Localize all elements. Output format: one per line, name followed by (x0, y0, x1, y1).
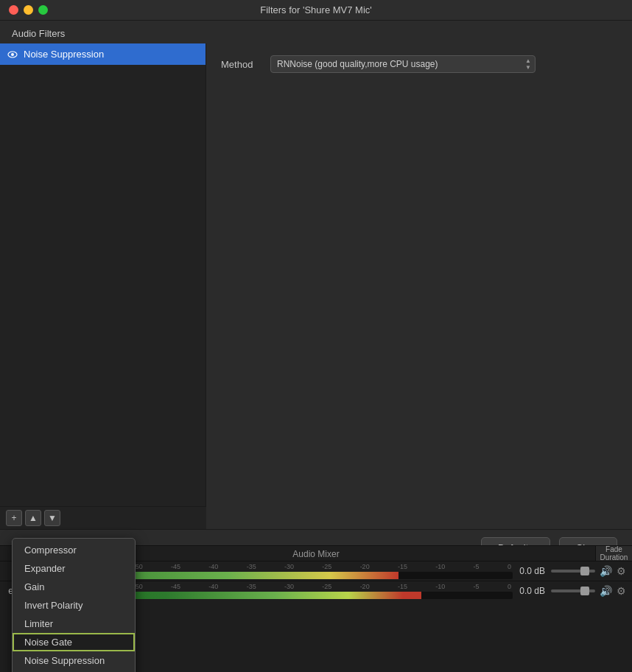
context-menu: Compressor Expander Gain Invert Polarity… (12, 538, 136, 672)
eye-icon (7, 49, 18, 60)
window-title: Filters for 'Shure MV7 Mic' (260, 4, 372, 15)
shure-volume-slider[interactable] (551, 589, 595, 592)
filter-body: Noise Suppression Method RNNoise (good q… (0, 43, 632, 530)
filter-toolbar: + ▲ ▼ (0, 506, 206, 529)
method-label: Method (221, 59, 261, 70)
duration-label: Duration (600, 553, 628, 561)
svg-point-1 (11, 53, 14, 56)
close-button[interactable] (9, 5, 18, 15)
aux-volume-slider[interactable] (551, 570, 595, 573)
filter-list-panel: Noise Suppression (0, 43, 206, 530)
titlebar: Filters for 'Shure MV7 Mic' (0, 0, 632, 21)
method-row: Method RNNoise (good quality,more CPU us… (221, 55, 617, 73)
filter-item-noise-suppression[interactable]: Noise Suppression (0, 43, 206, 65)
fade-label: Fade (605, 545, 622, 553)
context-menu-item-limiter[interactable]: Limiter (13, 615, 135, 633)
channel-shure-db: 0.0 dB (519, 586, 545, 596)
move-up-button[interactable]: ▲ (25, 510, 41, 526)
add-filter-button[interactable]: + (6, 510, 22, 526)
aux-controls: 🔊 ⚙ (551, 565, 626, 577)
audio-mixer-title: Audio Mixer (292, 549, 339, 559)
shure-gear-icon[interactable]: ⚙ (617, 585, 626, 597)
shure-mute-icon[interactable]: 🔊 (600, 585, 612, 597)
filter-toolbar-area: + ▲ ▼ (0, 506, 206, 529)
context-menu-item-invert-polarity[interactable]: Invert Polarity (13, 596, 135, 615)
context-menu-item-compressor[interactable]: Compressor (13, 541, 135, 559)
filter-item-label: Noise Suppression (24, 49, 104, 60)
context-menu-item-gain[interactable]: Gain (13, 578, 135, 596)
context-menu-item-expander[interactable]: Expander (13, 559, 135, 578)
aux-mute-icon[interactable]: 🔊 (600, 565, 612, 577)
method-select[interactable]: RNNoise (good quality,more CPU usage)Spe… (270, 55, 536, 73)
filter-window: Audio Filters Noise Suppression Method R… (0, 21, 632, 566)
filter-settings-panel: Method RNNoise (good quality,more CPU us… (206, 43, 632, 530)
aux-gear-icon[interactable]: ⚙ (617, 565, 626, 577)
context-menu-item-noise-gate[interactable]: Noise Gate (13, 633, 135, 651)
audio-filters-label: Audio Filters (0, 21, 632, 43)
maximize-button[interactable] (38, 5, 48, 15)
method-select-wrapper: RNNoise (good quality,more CPU usage)Spe… (270, 55, 536, 73)
minimize-button[interactable] (24, 5, 33, 15)
channel-aux-db: 0.0 dB (519, 566, 545, 576)
shure-controls: 🔊 ⚙ (551, 585, 626, 597)
titlebar-buttons (9, 5, 48, 15)
move-down-button[interactable]: ▼ (44, 510, 60, 526)
context-menu-item-noise-suppression[interactable]: Noise Suppression (13, 651, 135, 670)
